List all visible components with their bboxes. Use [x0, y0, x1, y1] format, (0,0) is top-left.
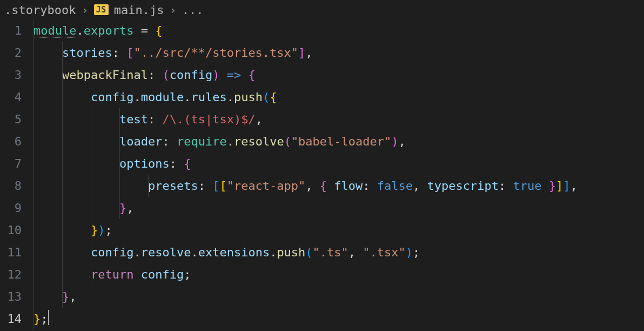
code-line[interactable]: config.resolve.extensions.push(".ts", ".…	[33, 241, 644, 263]
line-number: 4	[0, 86, 22, 108]
line-number: 6	[0, 130, 22, 153]
code-line[interactable]: webpackFinal: (config) => {	[33, 64, 644, 86]
code-line[interactable]: options: {	[33, 153, 644, 175]
code-line[interactable]: return config;	[33, 263, 644, 286]
line-number: 12	[0, 263, 22, 286]
code-line[interactable]: test: /\.(ts|tsx)$/,	[33, 108, 644, 130]
line-number: 2	[0, 42, 22, 64]
code-line[interactable]: presets: [["react-app", { flow: false, t…	[33, 175, 644, 197]
indent-guide	[33, 19, 34, 330]
line-number: 14	[0, 308, 22, 330]
chevron-right-icon: ›	[169, 3, 176, 17]
line-number: 10	[0, 219, 22, 241]
code-line[interactable]: stories: ["../src/**/stories.tsx"],	[33, 42, 644, 64]
code-line[interactable]: },	[33, 197, 644, 219]
code-editor[interactable]: 1 2 3 4 5 6 7 8 9 10 11 12 13 14 module.…	[0, 19, 644, 331]
line-number: 5	[0, 108, 22, 130]
breadcrumb: .storybook › JS main.js › ...	[0, 0, 644, 19]
indent-guide	[62, 42, 63, 308]
breadcrumb-tail[interactable]: ...	[182, 3, 204, 17]
indent-guide	[91, 86, 91, 286]
indent-guide	[148, 175, 149, 197]
line-number: 8	[0, 175, 22, 197]
line-number-gutter: 1 2 3 4 5 6 7 8 9 10 11 12 13 14	[0, 19, 33, 331]
chevron-right-icon: ›	[81, 3, 88, 17]
line-number: 11	[0, 241, 22, 263]
line-number: 9	[0, 197, 22, 219]
line-number: 7	[0, 153, 22, 175]
breadcrumb-file[interactable]: main.js	[114, 3, 164, 17]
code-line[interactable]: });	[33, 219, 644, 241]
code-line[interactable]: config.module.rules.push({	[33, 86, 644, 108]
code-area[interactable]: module.exports = { stories: ["../src/**/…	[33, 19, 644, 331]
line-number: 13	[0, 286, 22, 308]
breadcrumb-folder[interactable]: .storybook	[4, 3, 76, 17]
line-number: 3	[0, 64, 22, 86]
code-line[interactable]: },	[33, 286, 644, 308]
js-file-icon: JS	[94, 4, 109, 15]
line-number: 1	[0, 19, 22, 42]
indent-guide	[119, 108, 120, 219]
code-line[interactable]: loader: require.resolve("babel-loader"),	[33, 130, 644, 153]
code-line[interactable]: };	[33, 308, 644, 330]
text-cursor	[48, 310, 49, 325]
code-line[interactable]: module.exports = {	[33, 19, 644, 42]
